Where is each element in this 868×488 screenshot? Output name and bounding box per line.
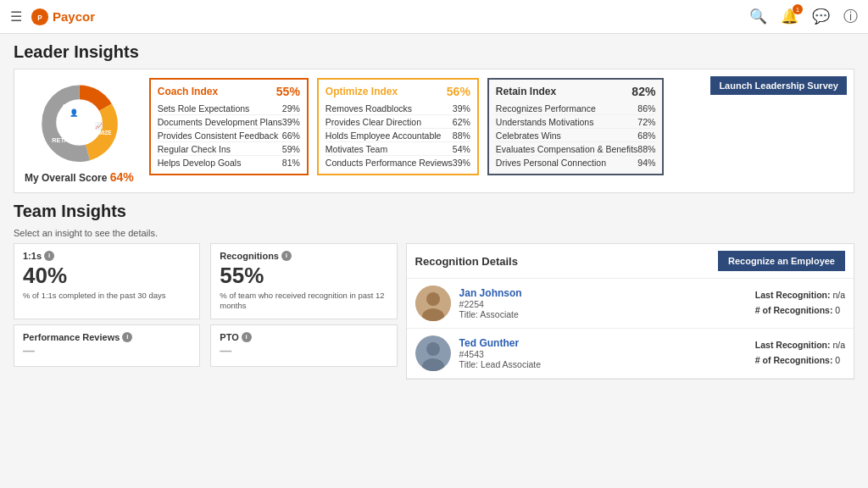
team-section: 1:1s i 40% % of 1:1s completed in the pa… bbox=[14, 243, 854, 380]
overall-score: My Overall Score 64% bbox=[25, 170, 134, 184]
employee-title: Title: Lead Associate bbox=[459, 359, 747, 369]
leader-insights-card: COACH OPTIMIZE RETAIN 👤 📈 My Overall Sco… bbox=[14, 69, 854, 193]
employee-id: #2254 bbox=[459, 299, 747, 309]
employee-avatar bbox=[415, 286, 451, 321]
table-row: Conducts Performance Reviews39% bbox=[326, 156, 470, 169]
performance-reviews-info-icon[interactable]: i bbox=[122, 332, 132, 342]
main-content: Leader Insights COACH OPTIMIZE RETAIN bbox=[0, 34, 868, 388]
table-row: Recognizes Performance86% bbox=[496, 102, 656, 115]
employee-avatar bbox=[415, 336, 451, 371]
search-icon[interactable]: 🔍 bbox=[749, 8, 767, 25]
recognition-details-panel: Recognition Details Recognize an Employe… bbox=[406, 243, 854, 380]
recognitions-info-icon[interactable]: i bbox=[281, 251, 292, 261]
top-metrics-row: 1:1s i 40% % of 1:1s completed in the pa… bbox=[14, 243, 398, 319]
hamburger-menu[interactable]: ☰ bbox=[10, 8, 22, 25]
notification-badge: 1 bbox=[793, 4, 803, 14]
svg-point-12 bbox=[426, 342, 440, 356]
overall-score-value: 64% bbox=[110, 170, 134, 184]
svg-text:📈: 📈 bbox=[95, 122, 103, 130]
one-on-ones-pct: 40% bbox=[23, 263, 191, 289]
employee-stats: Last Recognition: n/a # of Recognitions:… bbox=[755, 338, 845, 369]
header-icons: 🔍 🔔 1 💬 ⓘ bbox=[749, 7, 858, 26]
pto-title: PTO i bbox=[220, 332, 387, 342]
recognition-details-title: Recognition Details bbox=[415, 255, 518, 268]
coach-index-pct: 55% bbox=[276, 85, 300, 98]
svg-text:P: P bbox=[37, 14, 42, 21]
employee-title: Title: Associate bbox=[459, 309, 747, 319]
leader-insights-section: Leader Insights COACH OPTIMIZE RETAIN bbox=[14, 42, 854, 193]
table-row: Provides Consistent Feedback66% bbox=[158, 129, 300, 142]
table-row: Removes Roadblocks39% bbox=[326, 102, 470, 115]
coach-index-title: Coach Index bbox=[158, 86, 218, 97]
launch-leadership-survey-button[interactable]: Launch Leadership Survey bbox=[710, 76, 847, 95]
table-row: Motivates Team54% bbox=[326, 142, 470, 156]
employee-row: Ted Gunther #4543 Title: Lead Associate … bbox=[407, 329, 854, 379]
employee-info: Jan Johnson #2254 Title: Associate bbox=[459, 287, 747, 319]
pto-pct: — bbox=[220, 344, 387, 358]
one-on-ones-title: 1:1s i bbox=[23, 251, 191, 261]
table-row: Drives Personal Connection94% bbox=[496, 156, 656, 169]
one-on-ones-desc: % of 1:1s completed in the past 30 days bbox=[23, 291, 191, 301]
optimize-index-card: Optimize Index 56% Removes Roadblocks39%… bbox=[317, 78, 479, 175]
donut-chart-area: COACH OPTIMIZE RETAIN 👤 📈 My Overall Sco… bbox=[25, 78, 134, 184]
logo: P Paycor bbox=[31, 8, 95, 26]
employee-info: Ted Gunther #4543 Title: Lead Associate bbox=[459, 337, 747, 369]
performance-reviews-card[interactable]: Performance Reviews i — bbox=[14, 324, 200, 367]
table-row: Understands Motivations72% bbox=[496, 115, 656, 129]
recognitions-pct: 55% bbox=[220, 263, 387, 289]
recognitions-title: Recognitions i bbox=[220, 251, 387, 261]
table-row: Holds Employee Accountable88% bbox=[326, 129, 470, 142]
svg-point-9 bbox=[426, 292, 440, 306]
employee-id: #4543 bbox=[459, 349, 747, 359]
help-icon[interactable]: ⓘ bbox=[843, 7, 858, 26]
retain-index-card: Retain Index 82% Recognizes Performance8… bbox=[487, 78, 665, 175]
table-row: Celebrates Wins68% bbox=[496, 129, 656, 142]
svg-text:👤: 👤 bbox=[70, 108, 79, 118]
svg-text:RETAIN: RETAIN bbox=[52, 136, 75, 144]
coach-index-card: Coach Index 55% Sets Role Expectations29… bbox=[149, 78, 309, 175]
logo-text: Paycor bbox=[53, 9, 95, 24]
header: ☰ P Paycor 🔍 🔔 1 💬 ⓘ bbox=[0, 0, 868, 34]
performance-reviews-title: Performance Reviews i bbox=[23, 332, 191, 342]
employee-name[interactable]: Ted Gunther bbox=[459, 337, 747, 349]
svg-text:OPTIMIZE: OPTIMIZE bbox=[86, 130, 112, 136]
retain-index-title: Retain Index bbox=[496, 86, 556, 97]
logo-icon: P bbox=[31, 8, 49, 26]
optimize-index-pct: 56% bbox=[447, 85, 470, 98]
bottom-metrics-row: Performance Reviews i — PTO i — bbox=[14, 324, 398, 367]
table-row: Helps Develop Goals81% bbox=[158, 156, 300, 169]
donut-chart: COACH OPTIMIZE RETAIN 👤 📈 bbox=[35, 78, 124, 167]
recognition-details-header: Recognition Details Recognize an Employe… bbox=[407, 244, 854, 279]
one-on-ones-info-icon[interactable]: i bbox=[44, 251, 54, 261]
recognitions-card[interactable]: Recognitions i 55% % of team who receive… bbox=[210, 243, 397, 319]
pto-info-icon[interactable]: i bbox=[242, 332, 252, 342]
table-row: Documents Development Plans39% bbox=[158, 115, 300, 129]
recognize-employee-button[interactable]: Recognize an Employee bbox=[718, 251, 845, 271]
table-row: Provides Clear Direction62% bbox=[326, 115, 470, 129]
chat-icon[interactable]: 💬 bbox=[812, 8, 830, 25]
table-row: Evaluates Compensation & Benefits88% bbox=[496, 142, 656, 156]
team-metrics-left: 1:1s i 40% % of 1:1s completed in the pa… bbox=[14, 243, 398, 380]
bell-icon[interactable]: 🔔 1 bbox=[781, 8, 798, 25]
one-on-ones-card[interactable]: 1:1s i 40% % of 1:1s completed in the pa… bbox=[14, 243, 200, 319]
leader-insights-title: Leader Insights bbox=[14, 42, 854, 62]
retain-index-pct: 82% bbox=[632, 85, 655, 98]
optimize-index-title: Optimize Index bbox=[326, 86, 398, 97]
recognitions-desc: % of team who received recognition in pa… bbox=[220, 291, 387, 312]
team-insights-title: Team Insights bbox=[14, 202, 854, 221]
employee-row: Jan Johnson #2254 Title: Associate Last … bbox=[407, 279, 854, 329]
performance-reviews-pct: — bbox=[23, 344, 191, 358]
employee-stats: Last Recognition: n/a # of Recognitions:… bbox=[755, 288, 845, 319]
employee-name[interactable]: Jan Johnson bbox=[459, 287, 747, 299]
pto-card[interactable]: PTO i — bbox=[210, 324, 397, 367]
team-insights-subtitle: Select an insight to see the details. bbox=[14, 228, 854, 238]
table-row: Regular Check Ins59% bbox=[158, 142, 300, 156]
table-row: Sets Role Expectations29% bbox=[158, 102, 300, 115]
team-insights-section: Team Insights Select an insight to see t… bbox=[14, 202, 854, 380]
